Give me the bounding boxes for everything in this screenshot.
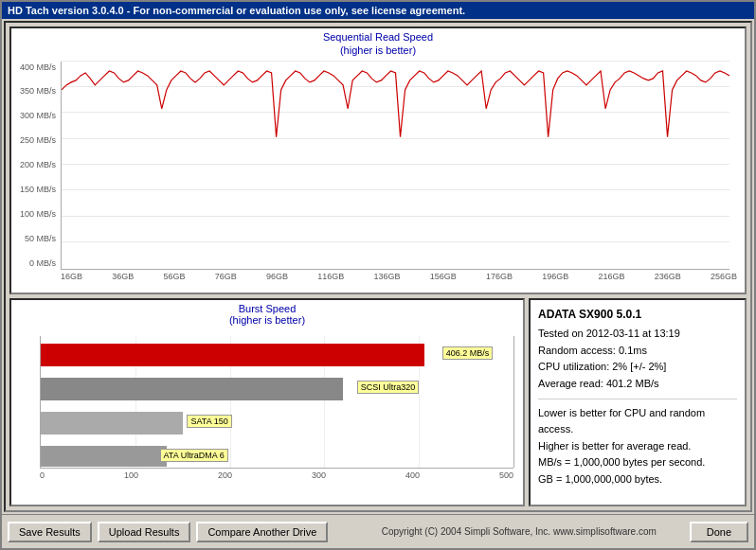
app-title: HD Tach version 3.0.4.0 - For non-commer… — [8, 5, 465, 16]
sequential-chart-title: Sequential Read Speed (higher is better) — [11, 28, 745, 60]
info-panel: ADATA SX900 5.0.1 Tested on 2012-03-11 a… — [529, 298, 747, 506]
burst-bar-1: SCSI Ultra320 — [41, 378, 343, 400]
info-note3: MB/s = 1,000,000 bytes per second. — [538, 454, 737, 471]
tested-on: Tested on 2012-03-11 at 13:19 — [538, 326, 737, 343]
x-label-11: 236GB — [655, 272, 681, 281]
drive-name: ADATA SX900 5.0.1 — [538, 306, 737, 324]
y-axis-labels: 0 MB/s 50 MB/s 100 MB/s 150 MB/s 200 MB/… — [11, 62, 59, 270]
info-note1: Lower is better for CPU and random acces… — [538, 405, 737, 438]
compare-drive-button[interactable]: Compare Another Drive — [196, 522, 328, 542]
save-results-button[interactable]: Save Results — [8, 522, 92, 542]
burst-chart-section: Burst Speed (higher is better) 406.2 MB/… — [9, 298, 525, 506]
burst-x-2: 200 — [218, 470, 232, 480]
burst-x-labels: 0 100 200 300 400 500 — [40, 470, 513, 480]
burst-bar-1-label: SCSI Ultra320 — [357, 381, 420, 394]
x-label-2: 56GB — [163, 272, 185, 281]
x-label-0: 16GB — [61, 272, 82, 281]
y-label-8: 400 MB/s — [11, 63, 59, 72]
y-label-7: 350 MB/s — [11, 87, 59, 96]
burst-bars-container: 406.2 MB/s SCSI Ultra320 SATA 150 ATA Ul… — [40, 336, 513, 469]
seq-title-line2: (higher is better) — [340, 44, 416, 56]
burst-bar-2-label: SATA 150 — [187, 415, 231, 428]
burst-title-line1: Burst Speed — [239, 303, 297, 314]
bottom-section: Burst Speed (higher is better) 406.2 MB/… — [9, 298, 747, 506]
avg-read: Average read: 401.2 MB/s — [538, 376, 737, 393]
y-label-2: 100 MB/s — [11, 210, 59, 219]
random-access: Random access: 0.1ms — [538, 343, 737, 360]
burst-x-0: 0 — [40, 470, 45, 480]
x-label-3: 76GB — [215, 272, 237, 281]
burst-x-4: 400 — [405, 470, 420, 480]
x-axis-labels: 16GB 36GB 56GB 76GB 96GB 116GB 136GB 156… — [61, 270, 737, 281]
cpu-util: CPU utilization: 2% [+/- 2%] — [538, 359, 737, 376]
x-label-7: 156GB — [430, 272, 457, 281]
burst-bar-3-label: ATA UltraDMA 6 — [160, 449, 228, 462]
seq-title-line1: Sequential Read Speed — [323, 31, 433, 43]
done-button[interactable]: Done — [690, 522, 748, 542]
x-label-4: 96GB — [266, 272, 288, 281]
x-label-9: 196GB — [542, 272, 568, 281]
burst-title-line2: (higher is better) — [229, 314, 305, 326]
y-label-5: 250 MB/s — [11, 136, 59, 145]
info-note2: Higher is better for average read. — [538, 438, 737, 455]
burst-chart-title: Burst Speed (higher is better) — [11, 300, 523, 328]
burst-x-3: 300 — [312, 470, 326, 480]
y-label-4: 200 MB/s — [11, 161, 59, 169]
footer-copyright: Copyright (C) 2004 Simpli Software, Inc.… — [349, 526, 690, 537]
y-label-0: 0 MB/s — [11, 259, 59, 268]
x-label-1: 36GB — [112, 272, 134, 281]
burst-bar-0: 406.2 MB/s — [41, 344, 424, 366]
burst-bar-3: ATA UltraDMA 6 — [41, 446, 167, 467]
info-note4: GB = 1,000,000,000 bytes. — [538, 471, 737, 488]
y-label-6: 300 MB/s — [11, 112, 59, 120]
x-label-6: 136GB — [373, 272, 400, 281]
burst-x-1: 100 — [124, 470, 138, 480]
x-label-8: 176GB — [486, 272, 513, 281]
x-label-5: 116GB — [317, 272, 344, 281]
main-content: Sequential Read Speed (higher is better)… — [4, 21, 752, 512]
upload-results-button[interactable]: Upload Results — [98, 522, 191, 542]
footer-buttons: Save Results Upload Results Compare Anot… — [8, 522, 349, 542]
main-window: HD Tach version 3.0.4.0 - For non-commer… — [0, 0, 756, 550]
sequential-chart-inner — [61, 62, 729, 270]
burst-x-5: 500 — [499, 470, 513, 480]
y-label-3: 150 MB/s — [11, 186, 59, 194]
x-label-12: 256GB — [711, 272, 737, 281]
footer: Save Results Upload Results Compare Anot… — [2, 514, 754, 548]
sequential-chart-area: Sequential Read Speed (higher is better)… — [9, 27, 747, 294]
sequential-read-line — [62, 62, 729, 269]
x-label-10: 216GB — [598, 272, 624, 281]
y-label-1: 50 MB/s — [11, 235, 59, 243]
title-bar: HD Tach version 3.0.4.0 - For non-commer… — [2, 2, 754, 19]
burst-bar-0-label: 406.2 MB/s — [442, 346, 494, 360]
burst-bar-2: SATA 150 — [41, 412, 183, 435]
info-divider — [538, 399, 737, 399]
